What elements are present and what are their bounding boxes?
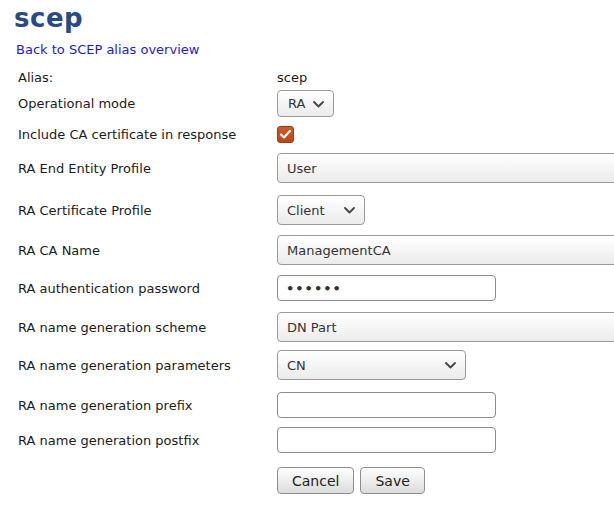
- ra-end-entity-profile-row: RA End Entity Profile User: [0, 153, 614, 183]
- checkmark-icon: [280, 130, 291, 139]
- ra-certificate-profile-row: RA Certificate Profile Client: [0, 195, 614, 225]
- ra-name-gen-prefix-row: RA name generation prefix: [0, 392, 614, 418]
- ra-name-gen-params-row: RA name generation parameters CN: [0, 350, 614, 380]
- alias-value: scep: [277, 70, 307, 85]
- include-ca-cert-checkbox[interactable]: [277, 126, 294, 143]
- ra-name-gen-params-select[interactable]: CN: [277, 350, 466, 380]
- ra-name-gen-postfix-input[interactable]: [277, 427, 496, 453]
- ra-name-gen-postfix-row: RA name generation postfix: [0, 427, 614, 453]
- ra-auth-password-row: RA authentication password: [0, 275, 614, 301]
- ra-certificate-profile-select[interactable]: Client: [277, 195, 365, 225]
- form-actions-row: Cancel Save: [0, 467, 614, 494]
- ra-name-gen-scheme-select[interactable]: DN Part: [277, 312, 614, 342]
- alias-label: Alias:: [18, 70, 277, 85]
- save-button[interactable]: Save: [360, 467, 424, 494]
- ra-name-gen-params-label: RA name generation parameters: [18, 358, 277, 373]
- ra-name-gen-scheme-label: RA name generation scheme: [18, 320, 277, 335]
- ra-ca-name-select[interactable]: ManagementCA: [277, 235, 614, 265]
- ra-certificate-profile-label: RA Certificate Profile: [18, 203, 277, 218]
- ra-end-entity-profile-select[interactable]: User: [277, 153, 614, 183]
- ra-name-gen-postfix-label: RA name generation postfix: [18, 433, 277, 448]
- page-title: scep: [14, 3, 614, 33]
- ra-auth-password-label: RA authentication password: [18, 281, 277, 296]
- include-ca-cert-row: Include CA certificate in response: [0, 126, 614, 143]
- operational-mode-row: Operational mode RA: [0, 90, 614, 117]
- operational-mode-select[interactable]: RA: [277, 90, 334, 117]
- cancel-button[interactable]: Cancel: [277, 467, 354, 494]
- ra-name-gen-prefix-label: RA name generation prefix: [18, 398, 277, 413]
- include-ca-cert-label: Include CA certificate in response: [18, 127, 277, 142]
- ra-end-entity-profile-label: RA End Entity Profile: [18, 161, 277, 176]
- ra-ca-name-row: RA CA Name ManagementCA: [0, 235, 614, 265]
- ra-name-gen-prefix-input[interactable]: [277, 392, 496, 418]
- back-to-scep-overview-link[interactable]: Back to SCEP alias overview: [16, 42, 199, 57]
- ra-ca-name-label: RA CA Name: [18, 243, 277, 258]
- operational-mode-label: Operational mode: [18, 96, 277, 111]
- ra-name-gen-scheme-row: RA name generation scheme DN Part: [0, 312, 614, 342]
- alias-row: Alias: scep: [0, 70, 614, 85]
- ra-auth-password-input[interactable]: [277, 275, 496, 301]
